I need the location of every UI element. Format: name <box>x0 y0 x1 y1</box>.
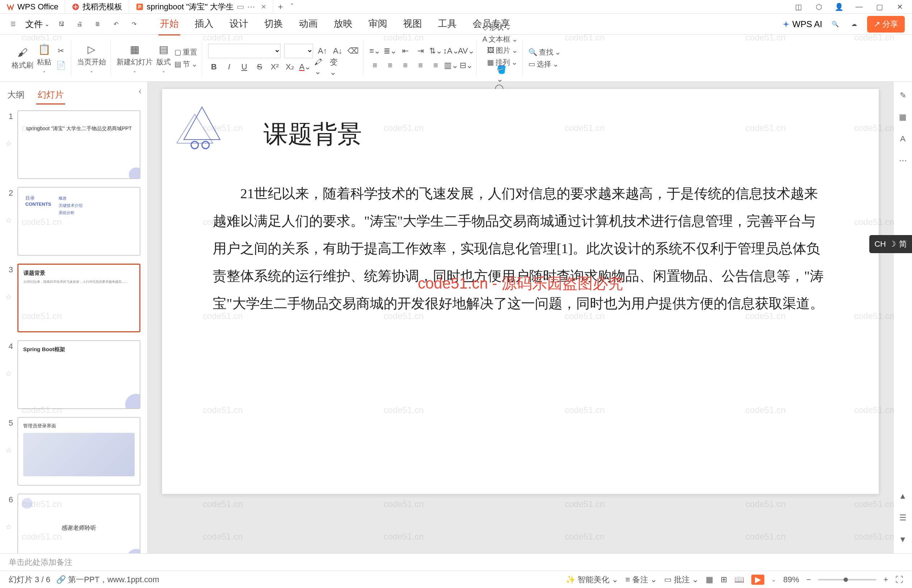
pencil-icon[interactable]: ✎ <box>896 89 909 102</box>
play-dropdown-icon[interactable]: ⌄ <box>771 577 776 583</box>
star-icon[interactable]: ☆ <box>5 369 12 378</box>
star-icon[interactable]: ☆ <box>5 446 12 455</box>
share-button[interactable]: ↗ 分享 <box>867 16 905 32</box>
vertical-align-icon[interactable]: ⊟⌄ <box>460 60 472 71</box>
tab-menu-icon[interactable]: ⋯ <box>247 2 255 11</box>
app-tab-home[interactable]: WPS Office <box>0 0 65 13</box>
app-tab-templates[interactable]: 找稻壳模板 <box>65 0 129 13</box>
wps-ai-button[interactable]: WPS AI <box>782 19 822 29</box>
increase-indent-icon[interactable]: ⇥ <box>415 45 426 57</box>
cube-icon[interactable]: ⬡ <box>813 2 824 12</box>
zoom-slider-thumb[interactable] <box>844 578 848 582</box>
save-icon[interactable]: 🖫 <box>56 18 67 30</box>
new-slide-button[interactable]: ▦ 新建幻灯片⌄ <box>117 43 153 73</box>
cut-icon[interactable]: ✂ <box>55 45 66 57</box>
bold-button[interactable]: B <box>208 61 220 73</box>
underline-button[interactable]: U <box>238 61 250 73</box>
present-mode-icon[interactable]: ▭ <box>237 2 244 11</box>
template-icon[interactable]: ▦ <box>896 111 909 124</box>
reset-button[interactable]: ▢ 重置 <box>175 47 198 57</box>
notes-toggle[interactable]: ≡ 备注 ⌄ <box>625 574 657 585</box>
zoom-out-button[interactable]: − <box>806 575 811 585</box>
print-preview-icon[interactable]: 🗎 <box>92 18 104 30</box>
align-right-icon[interactable]: ≡ <box>400 60 411 71</box>
highlight-button[interactable]: 🖍⌄ <box>314 61 326 73</box>
search-icon[interactable]: 🔍 <box>829 18 841 30</box>
superscript-button[interactable]: X² <box>269 61 280 73</box>
maximize-icon[interactable]: ▢ <box>874 2 884 12</box>
italic-button[interactable]: I <box>223 61 235 73</box>
tab-dropdown-icon[interactable]: ⌄ <box>290 0 294 13</box>
add-tab-button[interactable]: + <box>273 0 288 13</box>
window-layout-icon[interactable]: ◫ <box>793 2 803 12</box>
copy-icon[interactable]: 📄 <box>55 60 66 71</box>
picture-button[interactable]: 🖼 图片 ⌄ <box>487 45 518 55</box>
view-normal-icon[interactable]: ▦ <box>706 575 713 585</box>
slide-body-text[interactable]: 21世纪以来，随着科学技术的飞速发展，人们对信息的要求越来越高，于是传统的信息技… <box>198 180 842 317</box>
close-window-icon[interactable]: ✕ <box>895 2 905 12</box>
slide-title[interactable]: 课题背景 <box>264 118 842 151</box>
slides-tab[interactable]: 幻灯片 <box>36 86 65 105</box>
fit-window-icon[interactable]: ⛶ <box>895 575 903 585</box>
find-button[interactable]: 🔍 查找 ⌄ <box>528 47 561 57</box>
textbox-button[interactable]: A 文本框 ⌄ <box>483 34 518 44</box>
bullet-list-icon[interactable]: ≡⌄ <box>369 45 381 57</box>
file-menu[interactable]: 文件 ⌄ <box>25 18 49 30</box>
zoom-value[interactable]: 89% <box>783 575 799 585</box>
zoom-slider[interactable] <box>818 579 876 580</box>
slide-thumb-1[interactable]: 1 ☆ springboot "涛宝" 大学生二手物品交易商城PPT <box>4 110 143 179</box>
scroll-up-icon[interactable]: ▲ <box>896 489 909 502</box>
beautify-button[interactable]: ✨ 智能美化 ⌄ <box>566 574 618 585</box>
layout-button[interactable]: ▤ 版式⌄ <box>156 43 171 73</box>
font-color-button[interactable]: A⌄ <box>299 61 311 73</box>
star-icon[interactable]: ☆ <box>5 523 12 531</box>
distribute-icon[interactable]: ≡ <box>430 60 442 71</box>
section-button[interactable]: ▤ 节 ⌄ <box>175 59 198 69</box>
char-spacing-icon[interactable]: AV⌄ <box>460 45 472 57</box>
clear-format-icon[interactable]: ⌫ <box>347 45 359 57</box>
tab-review[interactable]: 审阅 <box>367 13 389 36</box>
slide-thumb-5[interactable]: 5 ☆ 管理员登录界面 <box>4 417 143 486</box>
scroll-row-icon[interactable]: ☰ <box>896 511 909 524</box>
cloud-icon[interactable]: ☁ <box>848 18 860 30</box>
font-family-select[interactable] <box>208 44 280 58</box>
star-icon[interactable]: ☆ <box>5 139 12 148</box>
from-current-button[interactable]: ▷ 当页开始⌄ <box>77 43 106 73</box>
strikethrough-button[interactable]: S <box>254 61 265 73</box>
tab-animation[interactable]: 动画 <box>298 13 319 36</box>
font-size-select[interactable] <box>284 44 313 58</box>
align-left-icon[interactable]: ≡ <box>369 60 381 71</box>
print-icon[interactable]: 🖨 <box>74 18 86 30</box>
line-spacing-icon[interactable]: ⇅⌄ <box>430 45 442 57</box>
decrease-indent-icon[interactable]: ⇤ <box>400 45 411 57</box>
ime-indicator[interactable]: CH ☽ 简 <box>869 235 912 253</box>
tab-insert[interactable]: 插入 <box>193 13 215 36</box>
scroll-down-icon[interactable]: ▼ <box>896 533 909 546</box>
select-button[interactable]: ▭ 选择 ⌄ <box>528 59 561 69</box>
text-tool-icon[interactable]: A <box>896 132 909 145</box>
view-reading-icon[interactable]: 📖 <box>734 575 744 585</box>
increase-font-icon[interactable]: A↑ <box>317 45 328 57</box>
review-toggle[interactable]: ▭ 批注 ⌄ <box>664 574 698 585</box>
format-painter-button[interactable]: 🖌 格式刷 <box>11 46 33 70</box>
star-icon[interactable]: ☆ <box>5 292 12 301</box>
collapse-panel-icon[interactable]: ‹ <box>139 86 141 96</box>
tab-slideshow[interactable]: 放映 <box>332 13 354 36</box>
redo-icon[interactable]: ↷ <box>128 18 140 30</box>
more-icon[interactable]: ⋯ <box>896 154 909 167</box>
close-tab-icon[interactable]: ✕ <box>261 3 266 11</box>
subscript-button[interactable]: X₂ <box>284 61 296 73</box>
canvas-scroll[interactable]: 课题背景 21世纪以来，随着科学技术的飞速发展，人们对信息的要求越来越高，于是传… <box>147 82 893 553</box>
align-justify-icon[interactable]: ≡ <box>415 60 426 71</box>
fill-color-icon[interactable]: 🪣⌄ <box>497 69 508 80</box>
zoom-in-button[interactable]: + <box>883 575 888 585</box>
minimize-icon[interactable]: — <box>854 2 864 12</box>
undo-icon[interactable]: ↶ <box>110 18 121 30</box>
avatar-icon[interactable]: 👤 <box>834 2 844 12</box>
shape-button[interactable]: ◇ 形状 ⌄ <box>483 23 518 32</box>
slide-thumb-2[interactable]: 2 ☆ 目录CONTENTS 概述 关键技术介绍 系统分析 <box>4 187 143 256</box>
view-sorter-icon[interactable]: ⊞ <box>721 575 727 585</box>
tab-transition[interactable]: 切换 <box>263 13 285 36</box>
tab-view[interactable]: 视图 <box>402 13 423 36</box>
tab-design[interactable]: 设计 <box>228 13 250 36</box>
